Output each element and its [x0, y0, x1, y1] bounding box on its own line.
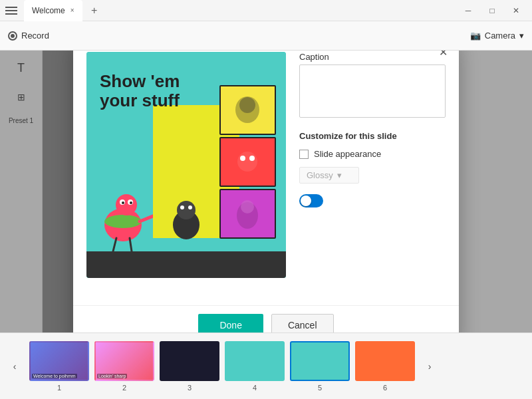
thumbnail-image [290, 341, 350, 381]
slide-appearance-checkbox[interactable] [299, 150, 309, 159]
content-area: T ⊞ Preset 1 ✕ [0, 51, 532, 332]
dropdown-label: Glossy [307, 170, 333, 180]
restore-button[interactable]: □ [481, 3, 503, 19]
svg-point-9 [116, 194, 137, 215]
slide-properties-modal: ✕ Show 'em your stuff [73, 51, 459, 332]
modal-footer: Done Cancel [73, 305, 459, 332]
appearance-dropdown[interactable]: Glossy ▾ [299, 167, 359, 184]
svg-point-19 [180, 205, 184, 209]
app-area: Record 📷 Camera ▾ T ⊞ Preset 1 ✕ [0, 21, 532, 399]
comic-panel-1 [219, 85, 276, 135]
thumbnail-item[interactable]: 5 [290, 341, 350, 392]
new-tab-button[interactable]: + [85, 1, 104, 20]
comic-panels [219, 85, 279, 239]
thumbnail-item[interactable]: Welcome to poihmm1 [29, 341, 89, 392]
slide-appearance-row: Slide appearance [299, 149, 446, 159]
svg-point-12 [122, 201, 124, 204]
thumbnail-image [355, 341, 415, 381]
tab-area: Welcome × + [24, 0, 458, 21]
thumbnail-item[interactable]: Lookin' sharp2 [94, 341, 154, 392]
modal-right-panel: Caption Customize for this slide Slide a… [299, 52, 446, 292]
tab-close-icon[interactable]: × [70, 7, 74, 14]
tab-label: Welcome [32, 6, 65, 15]
thumbnail-image: Lookin' sharp [94, 341, 154, 381]
cancel-button[interactable]: Cancel [271, 314, 334, 332]
camera-dropdown-icon: ▾ [519, 31, 524, 41]
thumbnail-image [160, 341, 219, 381]
slide-floor [86, 251, 286, 278]
record-label: Record [21, 31, 49, 41]
svg-line-14 [140, 215, 153, 221]
thumbnail-item[interactable]: 3 [160, 341, 219, 392]
close-window-button[interactable]: ✕ [505, 3, 527, 19]
prev-nav-button[interactable]: ‹ [5, 357, 24, 376]
thumbnail-number: 3 [188, 384, 192, 392]
record-button[interactable]: Record [8, 31, 49, 41]
done-button[interactable]: Done [198, 314, 263, 332]
watermelon-char [100, 185, 153, 251]
char2-svg [221, 138, 274, 185]
watermelon-svg [100, 185, 153, 251]
modal-body: Show 'em your stuff [73, 51, 459, 305]
slide-line2: your stuff [100, 91, 180, 110]
camera-label: Camera [485, 31, 515, 41]
apple-char-svg [166, 192, 206, 245]
thumbnail-number: 2 [122, 384, 126, 392]
svg-point-4 [249, 156, 255, 161]
svg-point-3 [240, 156, 245, 161]
svg-point-1 [239, 97, 255, 113]
modal-close-button[interactable]: ✕ [435, 51, 451, 60]
comic-panel-3 [219, 189, 276, 239]
thumbnail-number: 6 [383, 384, 387, 392]
thumbnail-item[interactable]: 6 [355, 341, 415, 392]
svg-point-20 [188, 205, 192, 209]
slide-line1: Show 'em [100, 72, 180, 91]
slide-appearance-label: Slide appearance [314, 149, 381, 159]
thumbnail-image [225, 341, 285, 381]
welcome-tab[interactable]: Welcome × [24, 0, 82, 21]
record-dot-inner [11, 34, 15, 38]
minimize-button[interactable]: ─ [458, 3, 479, 19]
caption-input[interactable] [299, 65, 446, 118]
char3-svg [221, 190, 274, 237]
toolbar: Record 📷 Camera ▾ [0, 21, 532, 51]
thumbnails-container: Welcome to poihmm1Lookin' sharp23456 [29, 341, 415, 392]
svg-point-13 [130, 201, 132, 204]
thumbnail-number: 5 [318, 384, 322, 392]
bottom-thumbnails-bar: ‹ Welcome to poihmm1Lookin' sharp23456 › [0, 332, 532, 399]
bee-svg [221, 86, 274, 133]
svg-line-16 [130, 238, 132, 251]
thumbnail-item[interactable]: 4 [225, 341, 285, 392]
customize-label: Customize for this slide [299, 131, 446, 141]
camera-icon: 📷 [470, 31, 481, 41]
toggle-switch[interactable] [299, 194, 323, 207]
title-bar: Welcome × + ─ □ ✕ [0, 0, 532, 21]
caption-label: Caption [299, 52, 446, 62]
thumbnail-label: Lookin' sharp [97, 374, 127, 378]
hamburger-menu-icon[interactable] [5, 4, 19, 17]
dropdown-arrow-icon: ▾ [337, 170, 342, 180]
modal-overlay: ✕ Show 'em your stuff [0, 51, 532, 332]
thumbnail-number: 1 [57, 384, 61, 392]
record-dot-icon [8, 31, 17, 41]
svg-point-2 [237, 152, 257, 172]
camera-button[interactable]: 📷 Camera ▾ [470, 31, 524, 41]
svg-point-18 [177, 201, 196, 219]
window-controls: ─ □ ✕ [458, 3, 527, 19]
thumbnail-number: 4 [253, 384, 257, 392]
slide-text: Show 'em your stuff [100, 72, 180, 110]
slide-preview: Show 'em your stuff [86, 52, 286, 278]
thumbnail-label: Welcome to poihmm [32, 374, 77, 378]
svg-point-8 [104, 215, 142, 228]
svg-line-15 [113, 238, 116, 251]
next-nav-button[interactable]: › [420, 357, 439, 376]
slide-bg: Show 'em your stuff [86, 52, 286, 278]
svg-point-6 [241, 200, 254, 213]
toggle-knob [301, 196, 311, 206]
comic-panel-2 [219, 137, 276, 187]
thumbnail-image: Welcome to poihmm [29, 341, 89, 381]
